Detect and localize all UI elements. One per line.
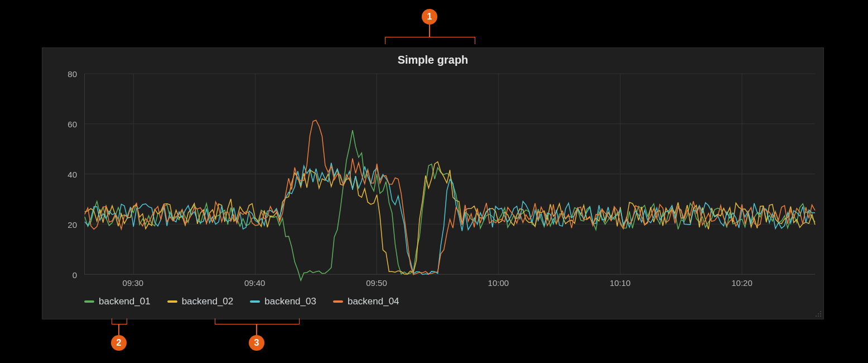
y-tick-label: 20 — [67, 220, 77, 230]
legend-item-backend_02[interactable]: backend_02 — [167, 296, 234, 307]
annotation-callout-3-number: 3 — [254, 338, 259, 348]
legend-label: backend_02 — [182, 296, 234, 307]
legend-label: backend_01 — [99, 296, 151, 307]
legend-item-backend_03[interactable]: backend_03 — [250, 296, 316, 307]
plot-area[interactable] — [84, 74, 815, 275]
resize-handle-icon[interactable] — [813, 309, 821, 317]
annotation-bracket-1 — [385, 37, 475, 44]
series-line-backend_04 — [85, 120, 815, 274]
panel-title[interactable]: Simple graph — [42, 48, 823, 74]
series-line-backend_02 — [85, 162, 815, 274]
x-tick-label: 09:50 — [366, 278, 387, 288]
annotation-callout-2: 2 — [111, 335, 127, 351]
x-tick-label: 10:00 — [488, 278, 509, 288]
x-tick-label: 10:20 — [731, 278, 753, 288]
legend-swatch — [84, 300, 94, 303]
x-axis: 09:3009:4009:5010:0010:1010:20 — [84, 275, 815, 294]
x-tick-label: 09:30 — [123, 278, 144, 288]
annotation-callout-2-number: 2 — [117, 338, 122, 348]
legend-swatch — [250, 300, 260, 303]
legend-swatch — [333, 300, 343, 303]
annotation-connector-3 — [256, 324, 257, 335]
legend-label: backend_03 — [264, 296, 316, 307]
legend-item-backend_01[interactable]: backend_01 — [84, 296, 151, 307]
chart-area[interactable]: 020406080 — [59, 74, 818, 275]
x-tick-label: 10:10 — [610, 278, 631, 288]
x-tick-label: 09:40 — [244, 278, 266, 288]
annotation-connector-2 — [118, 324, 119, 335]
legend-swatch — [167, 300, 177, 303]
annotation-callout-1: 1 — [422, 9, 437, 25]
legend-item-backend_04[interactable]: backend_04 — [333, 296, 399, 307]
y-tick-label: 60 — [67, 120, 77, 129]
y-axis: 020406080 — [59, 74, 81, 275]
annotation-callout-3: 3 — [249, 335, 264, 351]
chart-legend: backend_01backend_02backend_03backend_04 — [84, 294, 815, 307]
annotation-connector-1 — [429, 25, 430, 37]
y-tick-label: 40 — [67, 170, 77, 179]
annotation-callout-1-number: 1 — [427, 12, 432, 22]
annotation-bracket-2 — [112, 318, 127, 324]
y-tick-label: 0 — [73, 270, 77, 280]
panel-title-text: Simple graph — [398, 54, 469, 66]
plot-svg — [85, 74, 815, 274]
annotation-bracket-3 — [215, 318, 300, 324]
y-tick-label: 80 — [67, 69, 77, 79]
graph-panel[interactable]: Simple graph 020406080 09:3009:4009:5010… — [42, 47, 824, 319]
legend-label: backend_04 — [348, 296, 399, 307]
